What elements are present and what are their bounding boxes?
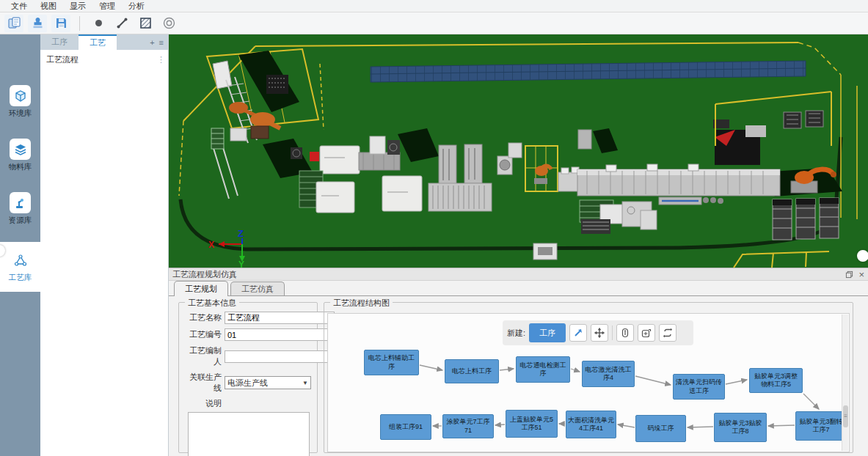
viewport-3d[interactable]: X Z Y	[169, 34, 868, 268]
svg-text:Y: Y	[238, 260, 244, 268]
new-step-button[interactable]: 工序	[529, 323, 566, 342]
tab-process[interactable]: 工艺	[79, 34, 117, 50]
menu-file[interactable]: 文件	[4, 0, 34, 12]
panel-title: 工艺流程规划仿真	[172, 269, 237, 280]
more-options-icon[interactable]: ⋮	[157, 55, 165, 65]
flow-node[interactable]: 电芯激光清洗工序4	[582, 361, 635, 387]
right-column: X Z Y 工艺流程规划仿真 ×	[169, 34, 868, 456]
library-panel: 工序 工艺 + ≡ 工艺流程 ⋮	[40, 34, 169, 456]
move-icon[interactable]	[591, 324, 608, 342]
process-editor-label: 工艺编制人	[182, 345, 225, 367]
process-name-label: 工艺名称	[182, 312, 225, 323]
flow-structure-group: 工艺流程结构图 新建: 工序	[324, 302, 853, 453]
line-tool-icon[interactable]	[112, 15, 131, 32]
rail-label: 工艺库	[9, 273, 32, 283]
menu-display[interactable]: 显示	[63, 0, 92, 12]
add-icon[interactable]: +	[150, 38, 154, 47]
main-area: 环境库 物料库 资源库 工艺库	[0, 34, 868, 456]
group-title: 工艺基本信息	[185, 298, 239, 309]
new-label: 新建:	[507, 328, 525, 339]
flow-node[interactable]: 电芯上料辅助工序	[364, 350, 419, 375]
connect-arrow-icon[interactable]	[569, 324, 587, 342]
float-icon[interactable]	[845, 271, 853, 279]
menu-manage[interactable]: 管理	[92, 0, 122, 12]
close-icon[interactable]: ×	[858, 270, 864, 279]
production-line-label: 关联生产线	[182, 372, 225, 394]
process-flow-icon	[10, 249, 31, 271]
stamp-icon[interactable]	[28, 15, 47, 32]
svg-text:Z: Z	[238, 228, 244, 239]
cube-icon	[10, 85, 31, 106]
flow-node[interactable]: 电芯通电检测工序	[516, 356, 570, 383]
menu-analyze[interactable]: 分析	[122, 0, 151, 12]
robot-arm-icon	[10, 192, 31, 213]
flow-toolbar-separator	[612, 326, 613, 340]
tree-item-process-flow[interactable]: 工艺流程 ⋮	[40, 50, 168, 70]
rail-item-process[interactable]: 工艺库	[0, 242, 40, 292]
flow-node[interactable]: 涂胶单元7工序71	[442, 414, 494, 438]
process-info-group: 工艺基本信息 工艺名称 工艺编号 工艺编制人	[178, 302, 318, 453]
rail-label: 环境库	[9, 109, 32, 119]
toolbar-separator	[79, 16, 80, 31]
flow-chart-canvas[interactable]: 新建: 工序	[327, 313, 850, 452]
tab-process-simulation[interactable]: 工艺仿真	[230, 282, 285, 295]
production-line-select[interactable]: 电源生产线 ▼	[225, 376, 311, 389]
selected-line-value: 电源生产线	[227, 378, 268, 389]
description-textarea[interactable]	[188, 412, 310, 456]
panel-content: 工艺基本信息 工艺名称 工艺编号 工艺编制人	[169, 296, 868, 456]
point-tool-icon[interactable]	[89, 15, 108, 32]
rail-label: 资源库	[9, 216, 32, 226]
flow-scrollbar[interactable]	[842, 315, 848, 451]
flow-node[interactable]: 贴胶单元3翻转工序7	[795, 411, 847, 441]
flow-toolbar: 新建: 工序	[503, 320, 693, 345]
panel-collapse-handle-right[interactable]	[857, 250, 868, 262]
tree-item-label: 工艺流程	[46, 54, 79, 65]
swap-vertical-icon[interactable]	[616, 324, 634, 342]
rail-item-resource[interactable]: 资源库	[0, 188, 40, 230]
menu-icon[interactable]: ≡	[159, 38, 164, 47]
flow-node[interactable]: 上盖贴胶单元5工序51	[506, 410, 558, 438]
process-code-label: 工艺编号	[182, 329, 225, 340]
chevron-down-icon: ▼	[302, 380, 308, 386]
tab-process-planning[interactable]: 工艺规划	[174, 281, 228, 296]
panel-title-bar: 工艺流程规划仿真 ×	[169, 268, 868, 281]
layers-icon	[10, 139, 31, 160]
scrollbar-thumb[interactable]	[843, 405, 848, 427]
process-planning-panel: 工艺流程规划仿真 × 工艺规划 工艺仿真 工艺基本信息 工艺名称	[169, 268, 868, 456]
rail-item-environment[interactable]: 环境库	[0, 81, 40, 123]
flow-node[interactable]: 组装工序91	[380, 414, 431, 440]
process-name-input[interactable]	[225, 312, 335, 324]
save-icon[interactable]	[51, 15, 70, 32]
menu-bar: 文件 视图 显示 管理 分析	[0, 0, 868, 12]
rail-label: 物料库	[9, 162, 32, 172]
menu-view[interactable]: 视图	[34, 0, 63, 12]
description-label: 说明	[182, 398, 225, 409]
loop-icon[interactable]	[659, 324, 676, 342]
flow-node[interactable]: 码垛工序	[635, 415, 686, 442]
panel-tabs: 工艺规划 工艺仿真	[169, 281, 868, 296]
app-window: 文件 视图 显示 管理 分析	[0, 0, 868, 456]
flow-node[interactable]: 清洗单元扫码传送工序	[673, 374, 725, 400]
target-ring-icon[interactable]	[159, 15, 178, 32]
tab-process-step[interactable]: 工序	[40, 34, 79, 50]
svg-text:X: X	[208, 240, 214, 250]
flow-node[interactable]: 贴胶单元3贴胶工序8	[714, 413, 767, 442]
flow-node[interactable]: 电芯上料工序	[445, 359, 499, 383]
hatch-area-icon[interactable]	[136, 15, 155, 32]
flow-node[interactable]: 贴胶单元3调整物料工序5	[749, 368, 803, 393]
process-editor-input[interactable]	[225, 350, 335, 363]
flow-node[interactable]: 大面积清洗单元4工序41	[566, 411, 616, 438]
main-toolbar	[0, 12, 868, 34]
library-rail: 环境库 物料库 资源库 工艺库	[0, 34, 40, 456]
rail-item-material[interactable]: 物料库	[0, 135, 40, 177]
library-tabs: 工序 工艺 + ≡	[40, 34, 168, 50]
open-project-icon[interactable]	[4, 15, 23, 32]
group-title: 工艺流程结构图	[330, 298, 393, 309]
drag-node-icon[interactable]	[638, 324, 655, 342]
process-code-input[interactable]	[225, 328, 335, 341]
